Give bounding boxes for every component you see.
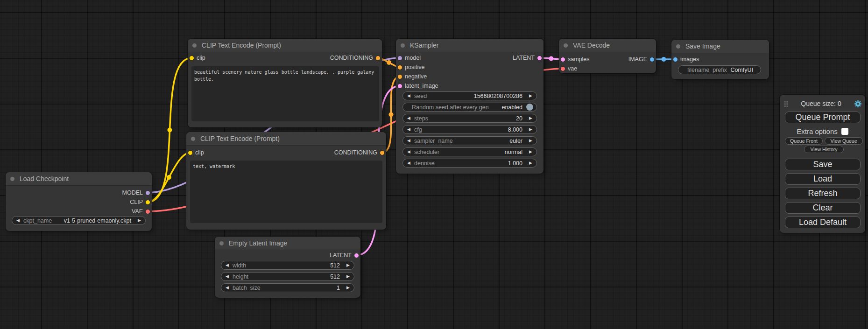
increment-arrow-icon[interactable]: ▶ <box>344 286 350 290</box>
extra-options-row: Extra options <box>780 127 865 135</box>
node-save-image[interactable]: Save Image images filename_prefix ComfyU… <box>671 40 769 79</box>
slot-label: CONDITIONING <box>330 55 373 61</box>
decrement-arrow-icon[interactable]: ◀ <box>407 116 413 120</box>
node-title-bar[interactable]: Save Image <box>671 40 769 53</box>
collapse-dot-icon[interactable] <box>401 43 405 48</box>
collapse-dot-icon[interactable] <box>192 43 197 48</box>
increment-arrow-icon[interactable]: ▶ <box>527 150 532 154</box>
queue-prompt-button[interactable]: Queue Prompt <box>785 112 861 123</box>
decrement-arrow-icon[interactable]: ◀ <box>226 263 231 267</box>
collapse-dot-icon[interactable] <box>191 137 195 141</box>
slot-dot-clip[interactable] <box>188 150 193 155</box>
widget-cfg[interactable]: ◀ cfg 8.000 ▶ <box>402 125 537 134</box>
save-button[interactable]: Save <box>785 159 861 170</box>
decrement-arrow-icon[interactable]: ◀ <box>407 139 413 143</box>
decrement-arrow-icon[interactable]: ◀ <box>16 218 22 223</box>
widget-steps[interactable]: ◀ steps 20 ▶ <box>402 114 537 123</box>
node-title-bar[interactable]: VAE Decode <box>559 39 656 52</box>
node-ksampler[interactable]: KSampler model positive negative latent_… <box>396 39 543 174</box>
slot-dot-conditioning[interactable] <box>397 65 402 70</box>
prompt-text-input[interactable]: text, watermark <box>190 161 382 223</box>
extra-options-checkbox[interactable] <box>841 128 848 135</box>
node-title-bar[interactable]: CLIP Text Encode (Prompt) <box>186 132 386 146</box>
increment-arrow-icon[interactable]: ▶ <box>527 116 532 120</box>
view-queue-button[interactable]: View Queue <box>825 137 863 145</box>
increment-arrow-icon[interactable]: ▶ <box>527 127 532 132</box>
collapse-dot-icon[interactable] <box>10 177 14 181</box>
queue-front-button[interactable]: Queue Front <box>785 137 823 145</box>
load-default-button[interactable]: Load Default <box>785 217 861 228</box>
node-clip-text-encode-positive[interactable]: CLIP Text Encode (Prompt) clip CONDITION… <box>188 39 382 127</box>
slot-dot-conditioning[interactable] <box>397 74 402 79</box>
decrement-arrow-icon[interactable]: ◀ <box>407 161 413 165</box>
output-slot-latent: LATENT <box>330 251 359 260</box>
increment-arrow-icon[interactable]: ▶ <box>527 139 532 143</box>
slot-dot-conditioning[interactable] <box>380 150 385 155</box>
widget-value: 20 <box>516 115 522 122</box>
widget-width[interactable]: ◀ width 512 ▶ <box>221 261 354 270</box>
slot-dot-clip[interactable] <box>145 200 150 205</box>
clear-button[interactable]: Clear <box>785 202 861 214</box>
collapse-dot-icon[interactable] <box>219 241 224 245</box>
slot-dot-vae[interactable] <box>560 66 565 71</box>
collapse-dot-icon[interactable] <box>676 44 680 49</box>
slot-dot-image[interactable] <box>649 57 655 62</box>
drag-handle-icon[interactable] <box>784 101 788 107</box>
slot-dot-model[interactable] <box>145 190 150 196</box>
increment-arrow-icon[interactable]: ▶ <box>344 274 350 279</box>
widget-denoise[interactable]: ◀ denoise 1.000 ▶ <box>402 159 537 168</box>
input-slot-negative: negative <box>397 72 427 81</box>
view-history-button[interactable]: View History <box>804 146 844 153</box>
decrement-arrow-icon[interactable]: ◀ <box>407 94 413 98</box>
widget-ckpt-name[interactable]: ◀ ckpt_name v1-5-pruned-emaonly.ckpt ▶ <box>12 216 146 225</box>
slot-dot-model[interactable] <box>397 56 402 61</box>
load-button[interactable]: Load <box>785 173 861 185</box>
node-load-checkpoint[interactable]: Load Checkpoint MODEL CLIP VAE ◀ ckpt_na… <box>6 172 152 231</box>
link-dot <box>387 60 391 65</box>
widget-height[interactable]: ◀ height 512 ▶ <box>221 272 354 281</box>
slot-dot-conditioning[interactable] <box>375 56 381 61</box>
node-title-bar[interactable]: Empty Latent Image <box>215 237 360 250</box>
slot-dot-latent[interactable] <box>354 253 359 258</box>
collapse-dot-icon[interactable] <box>564 43 568 48</box>
slot-dot-latent[interactable] <box>397 84 402 89</box>
decrement-arrow-icon[interactable]: ◀ <box>226 286 231 290</box>
refresh-button[interactable]: Refresh <box>785 188 861 199</box>
node-title-bar[interactable]: Load Checkpoint <box>6 172 152 186</box>
decrement-arrow-icon[interactable]: ◀ <box>226 274 231 279</box>
widget-random-seed-toggle[interactable]: Random seed after every gen enabled <box>402 103 537 112</box>
slot-dot-image[interactable] <box>673 57 678 62</box>
slot-dot-clip[interactable] <box>189 56 194 61</box>
slot-label: CONDITIONING <box>334 149 377 156</box>
slot-dot-latent[interactable] <box>537 56 542 61</box>
widget-scheduler[interactable]: ◀ scheduler normal ▶ <box>402 147 537 156</box>
widget-batch-size[interactable]: ◀ batch_size 1 ▶ <box>221 283 354 292</box>
decrement-arrow-icon[interactable]: ◀ <box>407 150 413 154</box>
input-slot-images: images <box>673 55 699 64</box>
slot-label: clip <box>195 149 204 156</box>
widget-filename-prefix[interactable]: filename_prefix ComfyUI <box>678 65 761 74</box>
prompt-text-input[interactable]: beautiful scenery nature glass bottle la… <box>191 66 379 121</box>
input-slot-samples: samples <box>560 55 590 64</box>
widget-label: filename_prefix <box>687 67 727 73</box>
node-empty-latent-image[interactable]: Empty Latent Image LATENT ◀ width 512 ▶ … <box>215 237 360 298</box>
comfyui-canvas[interactable]: { "colors": { "model": "#B39DDB", "clip"… <box>0 0 868 329</box>
increment-arrow-icon[interactable]: ▶ <box>527 94 532 98</box>
output-slot-conditioning: CONDITIONING <box>330 53 381 63</box>
toggle-indicator[interactable] <box>526 104 533 111</box>
increment-arrow-icon[interactable]: ▶ <box>344 263 350 267</box>
node-vae-decode[interactable]: VAE Decode samples vae IMAGE <box>559 39 656 73</box>
increment-arrow-icon[interactable]: ▶ <box>135 218 141 223</box>
widget-sampler-name[interactable]: ◀ sampler_name euler ▶ <box>402 136 537 145</box>
node-title-bar[interactable]: KSampler <box>396 39 543 52</box>
widget-value: normal <box>505 149 522 155</box>
slot-label: samples <box>568 56 590 63</box>
node-clip-text-encode-negative[interactable]: CLIP Text Encode (Prompt) clip CONDITION… <box>186 132 386 230</box>
decrement-arrow-icon[interactable]: ◀ <box>407 127 413 132</box>
increment-arrow-icon[interactable]: ▶ <box>527 161 532 165</box>
settings-gear-icon[interactable] <box>854 100 862 108</box>
node-title-bar[interactable]: CLIP Text Encode (Prompt) <box>188 39 382 52</box>
slot-dot-vae[interactable] <box>145 209 150 214</box>
widget-seed[interactable]: ◀ seed 156680208700286 ▶ <box>402 91 537 100</box>
slot-dot-latent[interactable] <box>560 57 565 62</box>
